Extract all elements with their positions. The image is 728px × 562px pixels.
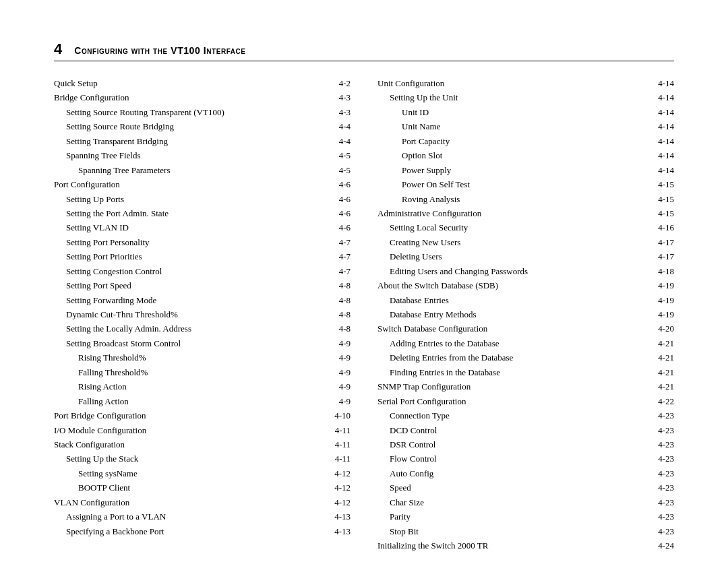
toc-entry-page: 4-22 <box>658 394 674 408</box>
toc-entry-text: Port Capacity <box>377 134 653 148</box>
toc-entry-page: 4-23 <box>658 451 674 466</box>
toc-entry-page: 4-8 <box>339 307 351 321</box>
toc-entry-text: Database Entry Methods <box>377 307 653 321</box>
toc-entry-page: 4-21 <box>658 365 674 379</box>
toc-entry-page: 4-3 <box>339 90 351 104</box>
toc-entry-page: 4-8 <box>339 278 351 292</box>
toc-entry-page: 4-9 <box>339 336 351 350</box>
toc-entry: Unit ID4-14 <box>377 105 674 119</box>
toc-entry: Parity4-23 <box>377 509 674 524</box>
toc-entry-page: 4-23 <box>658 437 674 451</box>
chapter-header: 4 Configuring with the VT100 Interface <box>54 40 674 61</box>
toc-entry-text: Setting VLAN ID <box>54 220 334 235</box>
toc-entry-text: Rising Threshold% <box>54 350 334 365</box>
toc-entry-text: Quick Setup <box>54 76 334 90</box>
toc-entry-page: 4-6 <box>339 177 351 191</box>
toc-entry-text: Setting the Locally Admin. Address <box>54 321 334 336</box>
toc-entry: Setting Forwarding Mode4-8 <box>54 293 351 307</box>
toc-entry-text: Serial Port Configuration <box>377 394 653 408</box>
toc-entry-page: 4-12 <box>334 480 351 495</box>
toc-entry-text: Setting Source Routing Transparent (VT10… <box>54 105 334 119</box>
toc-entry: DSR Control4-23 <box>377 437 674 451</box>
toc-entry-page: 4-15 <box>658 206 674 220</box>
toc-entry-text: Unit Configuration <box>377 76 653 90</box>
toc-entry-page: 4-14 <box>658 148 674 162</box>
toc-entry-text: Setting Congestion Control <box>54 264 334 278</box>
toc-entry: Power On Self Test4-15 <box>377 177 674 191</box>
toc-entry: Setting sysName4-12 <box>54 466 351 480</box>
toc-entry: Adding Entries to the Database4-21 <box>377 336 674 350</box>
toc-entry-page: 4-12 <box>334 495 351 509</box>
toc-entry: Port Capacity4-14 <box>377 134 674 148</box>
toc-entry-text: Deleting Entries from the Database <box>377 350 653 365</box>
toc-entry-page: 4-18 <box>658 264 674 278</box>
toc-entry-page: 4-21 <box>658 336 674 350</box>
toc-entry-text: Creating New Users <box>377 235 653 249</box>
toc-entry-page: 4-14 <box>658 163 674 177</box>
toc-entry-text: Setting Local Security <box>377 220 653 235</box>
toc-entry: Editing Users and Changing Passwords4-18 <box>377 264 674 278</box>
toc-entry-text: Setting Broadcast Storm Control <box>54 336 334 350</box>
toc-entry: Auto Config4-23 <box>377 466 674 480</box>
toc-entry-text: Setting Source Route Bridging <box>54 119 334 133</box>
toc-entry: Setting Source Route Bridging4-4 <box>54 119 351 133</box>
toc-entry-text: Assigning a Port to a VLAN <box>54 509 329 524</box>
toc-entry: Falling Threshold%4-9 <box>54 365 351 379</box>
toc-entry-text: Stack Configuration <box>54 437 330 451</box>
toc-entry: Setting VLAN ID4-6 <box>54 220 351 235</box>
chapter-title: Configuring with the VT100 Interface <box>74 45 245 56</box>
toc-entry: Setting the Locally Admin. Address4-8 <box>54 321 351 336</box>
toc-entry: Connection Type4-23 <box>377 408 674 423</box>
toc-entry-text: SNMP Trap Configuration <box>377 379 653 394</box>
toc-entry-page: 4-14 <box>658 119 674 133</box>
toc-entry: Administrative Configuration4-15 <box>377 206 674 220</box>
page: 4 Configuring with the VT100 Interface Q… <box>54 40 674 553</box>
toc-entry-text: DSR Control <box>377 437 653 451</box>
toc-entry-page: 4-17 <box>658 249 674 263</box>
toc-entry-page: 4-14 <box>658 105 674 119</box>
toc-entry: Dynamic Cut-Thru Threshold%4-8 <box>54 307 351 321</box>
toc-entry: Stop Bit4-23 <box>377 524 674 538</box>
toc-entry-page: 4-24 <box>658 538 674 553</box>
toc-entry-text: Specifying a Backbone Port <box>54 524 329 538</box>
toc-entry: Setting Up Ports4-6 <box>54 192 351 206</box>
toc-entry-text: Port Bridge Configuration <box>54 408 329 423</box>
toc-entry-text: Initializing the Switch 2000 TR <box>377 538 653 553</box>
toc-entry-page: 4-4 <box>339 134 351 148</box>
toc-entry-page: 4-9 <box>339 365 351 379</box>
toc-entry-page: 4-8 <box>339 293 351 307</box>
toc-entry-text: DCD Control <box>377 423 653 437</box>
toc-entry-page: 4-14 <box>658 134 674 148</box>
toc-entry-text: Setting Transparent Bridging <box>54 134 334 148</box>
toc-entry: Char Size4-23 <box>377 495 674 509</box>
toc-entry-text: Deleting Users <box>377 249 653 263</box>
toc-entry-text: Power On Self Test <box>377 177 653 191</box>
toc-entry-text: Administrative Configuration <box>377 206 653 220</box>
toc-left-column: Quick Setup4-2Bridge Configuration4-3Set… <box>54 76 351 553</box>
toc-entry: Setting Local Security4-16 <box>377 220 674 235</box>
toc-entry-page: 4-13 <box>334 509 351 524</box>
toc-entry: Setting Congestion Control4-7 <box>54 264 351 278</box>
toc-entry: Creating New Users4-17 <box>377 235 674 249</box>
toc-entry-text: Database Entries <box>377 293 653 307</box>
toc-entry-text: Switch Database Configuration <box>377 321 653 336</box>
toc-entry-text: Power Supply <box>377 163 653 177</box>
toc-entry: Falling Action4-9 <box>54 394 351 408</box>
toc-entry: Setting Port Personality4-7 <box>54 235 351 249</box>
toc-entry-page: 4-21 <box>658 350 674 365</box>
toc-entry-text: Option Slot <box>377 148 653 162</box>
toc-entry-page: 4-7 <box>339 264 351 278</box>
toc-entry: DCD Control4-23 <box>377 423 674 437</box>
toc-entry-text: Unit ID <box>377 105 653 119</box>
toc-entry-text: Editing Users and Changing Passwords <box>377 264 653 278</box>
toc-entry-text: Roving Analysis <box>377 192 653 206</box>
toc-entry-text: BOOTP Client <box>54 480 329 495</box>
toc-entry: Option Slot4-14 <box>377 148 674 162</box>
toc-entry-page: 4-4 <box>339 119 351 133</box>
toc-entry: Power Supply4-14 <box>377 163 674 177</box>
toc-entry: Rising Action4-9 <box>54 379 351 394</box>
toc-entry-page: 4-6 <box>339 206 351 220</box>
toc-entry: Deleting Users4-17 <box>377 249 674 263</box>
toc-entry: I/O Module Configuration4-11 <box>54 423 351 437</box>
toc-entry: Initializing the Switch 2000 TR4-24 <box>377 538 674 553</box>
